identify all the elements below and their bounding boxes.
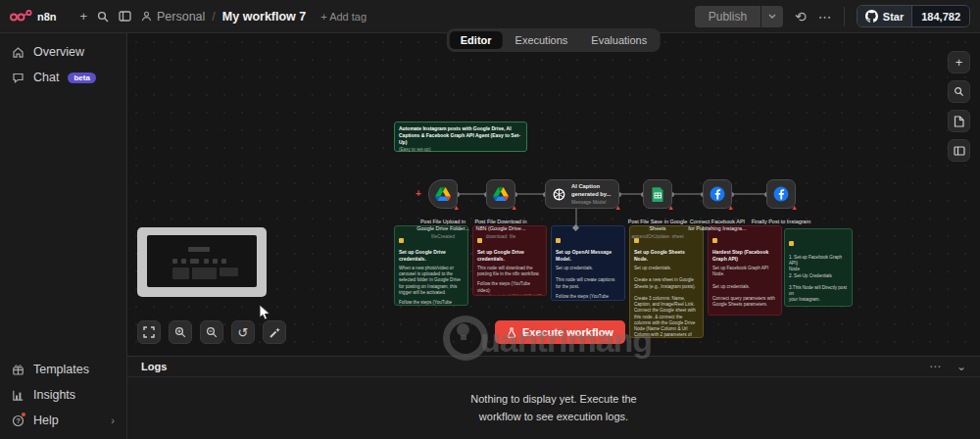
warning-icon: ▲ [727,204,734,211]
google-drive-icon [493,187,509,201]
search-icon [954,86,964,97]
add-node-button[interactable]: + [948,51,970,73]
wave-emoji [789,241,794,246]
logs-more-icon[interactable]: ⋯ [929,360,941,373]
warning-icon: ▲ [511,204,517,211]
layout-panel-button[interactable] [948,139,970,162]
flask-icon [507,327,516,338]
breadcrumb-project[interactable]: Personal [141,10,205,24]
connection-line [732,193,766,195]
workflow-title[interactable]: My workflow 7 [222,10,306,24]
svg-text:?: ? [16,416,21,425]
tidy-up-button[interactable] [263,320,286,344]
logs-header[interactable]: Logs ⋯ ⌄ [127,357,980,377]
node-google-drive-download[interactable]: ▲ [486,179,515,209]
sidebar: Overview Chat beta Templates Insights ? … [0,33,127,439]
add-sticky-note-button[interactable] [948,110,970,132]
insights-icon [12,389,24,402]
tab-executions[interactable]: Executions [505,31,579,49]
undo-button[interactable]: ↺ [231,320,255,344]
sidebar-item-help[interactable]: ? Help › [0,408,126,433]
sticky-note-openai[interactable]: Set up OpenAI Message Model. Set up cred… [551,225,625,301]
sidebar-item-overview[interactable]: Overview [0,39,126,65]
warning-icon: ▲ [791,204,798,211]
canvas-minimap[interactable] [137,227,267,297]
add-workflow-icon[interactable]: + [80,10,88,23]
publish-button[interactable]: Publish [695,6,760,27]
wave-emoji [712,238,717,243]
logs-title: Logs [141,361,167,372]
canvas-toolbar: + [948,51,970,162]
breadcrumb: Personal / My workflow 7 + Add tag [127,10,367,24]
note-icon [954,116,964,127]
zoom-out-button[interactable] [200,320,223,344]
zoom-in-icon [174,326,186,338]
zoom-in-button[interactable] [169,320,192,344]
title-note-text: Automate Instagram posts with Google Dri… [399,125,522,145]
beta-badge: beta [68,73,95,83]
sidebar-spacer [0,90,126,357]
publish-split-button: Publish [695,6,783,27]
n8n-logo-icon [10,10,33,23]
add-tag-button[interactable]: + Add tag [320,11,367,23]
trigger-plus-icon[interactable]: + [416,188,421,199]
connection-line [619,193,643,195]
openai-icon [552,187,566,202]
github-star-count[interactable]: 184,782 [911,6,969,26]
tab-evaluations[interactable]: Evaluations [580,31,658,49]
search-icon[interactable] [97,11,109,23]
node-google-sheets[interactable]: ▲ [643,179,672,209]
logs-collapse-icon[interactable]: ⌄ [956,360,966,373]
workflow-title-note[interactable]: Automate Instagram posts with Google Dri… [394,122,527,152]
tidy-up-icon [269,326,281,339]
node-facebook-api[interactable]: ▲ [703,179,732,209]
sidebar-item-templates[interactable]: Templates [0,357,126,382]
panel-icon [954,146,965,156]
github-star-widget: Star 184,782 [857,5,970,27]
publish-dropdown-button[interactable] [761,6,783,27]
notification-dot [22,413,25,416]
node-label: Post File Download in N8N (Google Drive.… [460,212,542,247]
github-icon [865,10,878,23]
chat-icon [12,72,24,84]
home-icon [12,46,24,59]
history-icon[interactable]: ⟲ [795,9,807,24]
breadcrumb-separator: / [212,10,215,24]
execute-workflow-button[interactable]: Execute workflow [495,320,625,344]
node-google-drive-trigger[interactable]: ▲ [428,179,458,209]
node-post-to-instagram[interactable]: ▲ [766,179,796,209]
google-sheets-icon [652,187,663,202]
mouse-cursor [259,304,271,321]
zoom-out-icon [206,326,218,338]
sidebar-item-insights[interactable]: Insights [0,382,126,408]
node-openai-message-model[interactable]: AI Caption generated by... Message Model… [545,179,619,209]
chevron-down-icon [768,14,776,19]
canvas-search-button[interactable] [948,80,970,103]
connection-line [458,193,486,195]
warning-icon: ▲ [667,204,674,211]
logs-empty-message: Nothing to display yet. Execute the work… [470,391,636,424]
n8n-logo[interactable]: n8n [10,10,57,23]
sidebar-item-chat[interactable]: Chat beta [0,65,126,90]
warning-icon: ▲ [614,204,621,211]
chevron-right-icon: › [111,415,115,426]
fit-view-button[interactable] [137,320,161,344]
tab-editor[interactable]: Editor [450,31,503,49]
connection-line [515,193,545,195]
more-options-icon[interactable]: ⋯ [818,9,832,24]
canvas-controls: ↺ [137,320,286,344]
logs-body: Nothing to display yet. Execute the work… [127,377,980,439]
sticky-note-facebook-api[interactable]: Hardest Step (Facebook Graph API) Set up… [708,225,782,316]
title-note-subtitle: (Easy to set-up) [399,147,522,152]
youtube-link[interactable]: https://youtu.be/L3NUp2XF_h0?si=KAjIYYE2… [477,294,542,296]
person-icon [141,11,152,22]
wave-emoji [556,238,561,243]
topbar-right: Publish ⟲ ⋯ Star 184,782 [695,5,980,27]
sticky-note-instagram-post[interactable]: 1. Set-up Facebook Graph API) Node 2. Se… [784,228,853,307]
facebook-icon [773,186,789,202]
node-label: Finally Post to Instagram [740,212,822,225]
connection-line [672,193,703,195]
workflow-canvas[interactable]: Editor Executions Evaluations + [127,33,980,356]
templates-icon [12,364,24,376]
github-star-button[interactable]: Star [858,6,911,26]
